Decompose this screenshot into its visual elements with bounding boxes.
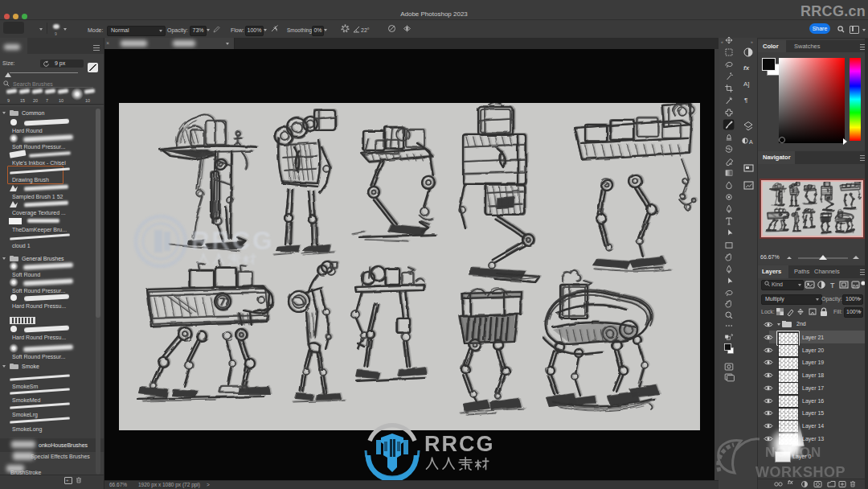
svg-text:fx: fx xyxy=(743,64,750,72)
svg-text:WORKSHOP: WORKSHOP xyxy=(755,464,845,480)
svg-text:T: T xyxy=(830,281,835,290)
svg-text:RRCG: RRCG xyxy=(191,227,274,255)
svg-text:RRCG: RRCG xyxy=(424,432,495,456)
svg-text:A: A xyxy=(749,139,753,145)
svg-text:¶: ¶ xyxy=(744,97,747,104)
svg-text:A]: A] xyxy=(743,80,750,88)
svg-text:NOMON: NOMON xyxy=(765,445,821,460)
